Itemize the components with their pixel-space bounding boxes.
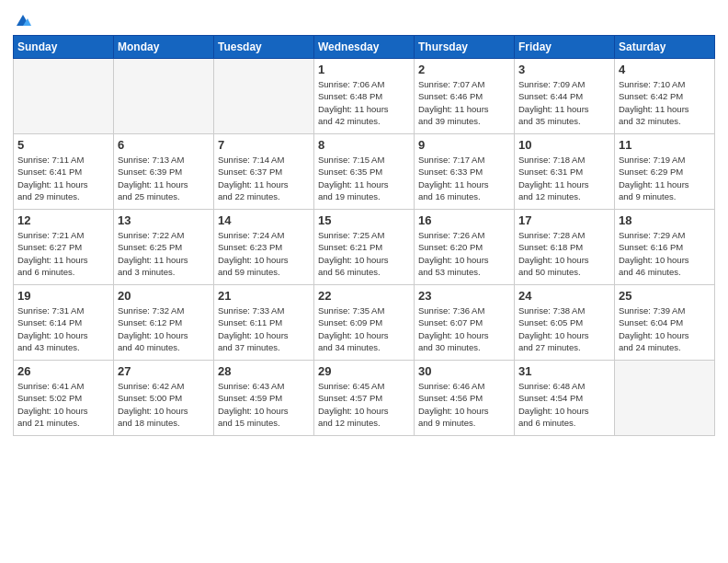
day-info: Sunrise: 7:39 AMSunset: 6:04 PMDaylight:… bbox=[619, 304, 711, 353]
calendar-cell: 12Sunrise: 7:21 AMSunset: 6:27 PMDayligh… bbox=[14, 210, 114, 285]
day-info: Sunrise: 7:31 AMSunset: 6:14 PMDaylight:… bbox=[17, 304, 109, 353]
calendar-cell: 18Sunrise: 7:29 AMSunset: 6:16 PMDayligh… bbox=[615, 210, 715, 285]
calendar-cell: 10Sunrise: 7:18 AMSunset: 6:31 PMDayligh… bbox=[515, 134, 615, 210]
calendar-cell: 11Sunrise: 7:19 AMSunset: 6:29 PMDayligh… bbox=[615, 134, 715, 210]
day-info: Sunrise: 7:07 AMSunset: 6:46 PMDaylight:… bbox=[418, 78, 510, 127]
calendar-cell: 2Sunrise: 7:07 AMSunset: 6:46 PMDaylight… bbox=[415, 59, 515, 134]
day-info: Sunrise: 6:43 AMSunset: 4:59 PMDaylight:… bbox=[218, 380, 310, 429]
day-number: 3 bbox=[518, 63, 610, 76]
day-number: 8 bbox=[318, 138, 410, 152]
day-info: Sunrise: 7:13 AMSunset: 6:39 PMDaylight:… bbox=[118, 154, 210, 202]
day-info: Sunrise: 6:46 AMSunset: 4:56 PMDaylight:… bbox=[418, 380, 510, 429]
calendar-cell: 8Sunrise: 7:15 AMSunset: 6:35 PMDaylight… bbox=[314, 134, 415, 210]
day-number: 28 bbox=[218, 364, 310, 378]
day-info: Sunrise: 7:35 AMSunset: 6:09 PMDaylight:… bbox=[318, 304, 410, 353]
week-row-2: 5Sunrise: 7:11 AMSunset: 6:41 PMDaylight… bbox=[14, 134, 715, 210]
calendar-cell: 31Sunrise: 6:48 AMSunset: 4:54 PMDayligh… bbox=[515, 361, 615, 436]
calendar-cell: 27Sunrise: 6:42 AMSunset: 5:00 PMDayligh… bbox=[114, 361, 214, 436]
day-info: Sunrise: 7:10 AMSunset: 6:42 PMDaylight:… bbox=[619, 78, 711, 127]
day-number: 18 bbox=[619, 213, 711, 227]
calendar-cell: 25Sunrise: 7:39 AMSunset: 6:04 PMDayligh… bbox=[615, 285, 715, 361]
day-number: 12 bbox=[17, 213, 109, 227]
day-number: 15 bbox=[318, 213, 410, 227]
calendar-cell: 6Sunrise: 7:13 AMSunset: 6:39 PMDaylight… bbox=[114, 134, 214, 210]
day-header-tuesday: Tuesday bbox=[214, 36, 314, 59]
day-header-friday: Friday bbox=[515, 36, 615, 59]
day-number: 27 bbox=[118, 364, 210, 378]
day-number: 13 bbox=[118, 213, 210, 227]
calendar-cell bbox=[114, 59, 214, 134]
day-number: 10 bbox=[518, 138, 610, 152]
day-info: Sunrise: 6:42 AMSunset: 5:00 PMDaylight:… bbox=[118, 380, 210, 429]
day-number: 4 bbox=[619, 63, 711, 76]
week-row-3: 12Sunrise: 7:21 AMSunset: 6:27 PMDayligh… bbox=[14, 210, 715, 285]
calendar-cell: 19Sunrise: 7:31 AMSunset: 6:14 PMDayligh… bbox=[14, 285, 114, 361]
calendar-cell: 26Sunrise: 6:41 AMSunset: 5:02 PMDayligh… bbox=[14, 361, 114, 436]
day-info: Sunrise: 7:29 AMSunset: 6:16 PMDaylight:… bbox=[619, 229, 711, 278]
day-header-thursday: Thursday bbox=[415, 36, 515, 59]
day-number: 2 bbox=[418, 63, 510, 76]
week-row-5: 26Sunrise: 6:41 AMSunset: 5:02 PMDayligh… bbox=[14, 361, 715, 436]
day-info: Sunrise: 6:41 AMSunset: 5:02 PMDaylight:… bbox=[17, 380, 109, 429]
day-info: Sunrise: 7:18 AMSunset: 6:31 PMDaylight:… bbox=[518, 154, 610, 202]
day-number: 5 bbox=[17, 138, 109, 152]
calendar-cell: 15Sunrise: 7:25 AMSunset: 6:21 PMDayligh… bbox=[314, 210, 415, 285]
calendar-cell: 17Sunrise: 7:28 AMSunset: 6:18 PMDayligh… bbox=[515, 210, 615, 285]
day-info: Sunrise: 7:19 AMSunset: 6:29 PMDaylight:… bbox=[619, 154, 711, 202]
day-info: Sunrise: 6:45 AMSunset: 4:57 PMDaylight:… bbox=[318, 380, 410, 429]
calendar-cell: 14Sunrise: 7:24 AMSunset: 6:23 PMDayligh… bbox=[214, 210, 314, 285]
day-header-wednesday: Wednesday bbox=[314, 36, 415, 59]
calendar-cell: 4Sunrise: 7:10 AMSunset: 6:42 PMDaylight… bbox=[615, 59, 715, 134]
day-number: 14 bbox=[218, 213, 310, 227]
header bbox=[13, 9, 715, 29]
day-number: 6 bbox=[118, 138, 210, 152]
day-number: 19 bbox=[17, 289, 109, 303]
calendar-cell: 16Sunrise: 7:26 AMSunset: 6:20 PMDayligh… bbox=[415, 210, 515, 285]
calendar-cell: 13Sunrise: 7:22 AMSunset: 6:25 PMDayligh… bbox=[114, 210, 214, 285]
day-number: 30 bbox=[418, 364, 510, 378]
day-header-sunday: Sunday bbox=[14, 36, 114, 59]
day-info: Sunrise: 7:28 AMSunset: 6:18 PMDaylight:… bbox=[518, 229, 610, 278]
day-info: Sunrise: 7:17 AMSunset: 6:33 PMDaylight:… bbox=[418, 154, 510, 202]
calendar-cell: 5Sunrise: 7:11 AMSunset: 6:41 PMDaylight… bbox=[14, 134, 114, 210]
day-number: 31 bbox=[518, 364, 610, 378]
day-info: Sunrise: 7:32 AMSunset: 6:12 PMDaylight:… bbox=[118, 304, 210, 353]
day-info: Sunrise: 7:38 AMSunset: 6:05 PMDaylight:… bbox=[518, 304, 610, 353]
day-number: 23 bbox=[418, 289, 510, 303]
day-info: Sunrise: 7:11 AMSunset: 6:41 PMDaylight:… bbox=[17, 154, 109, 202]
day-header-monday: Monday bbox=[114, 36, 214, 59]
day-number: 25 bbox=[619, 289, 711, 303]
calendar-cell: 3Sunrise: 7:09 AMSunset: 6:44 PMDaylight… bbox=[515, 59, 615, 134]
calendar-cell: 7Sunrise: 7:14 AMSunset: 6:37 PMDaylight… bbox=[214, 134, 314, 210]
day-info: Sunrise: 7:24 AMSunset: 6:23 PMDaylight:… bbox=[218, 229, 310, 278]
day-info: Sunrise: 7:14 AMSunset: 6:37 PMDaylight:… bbox=[218, 154, 310, 202]
calendar-cell: 30Sunrise: 6:46 AMSunset: 4:56 PMDayligh… bbox=[415, 361, 515, 436]
day-info: Sunrise: 6:48 AMSunset: 4:54 PMDaylight:… bbox=[518, 380, 610, 429]
day-info: Sunrise: 7:22 AMSunset: 6:25 PMDaylight:… bbox=[118, 229, 210, 278]
day-info: Sunrise: 7:21 AMSunset: 6:27 PMDaylight:… bbox=[17, 229, 109, 278]
calendar-cell: 20Sunrise: 7:32 AMSunset: 6:12 PMDayligh… bbox=[114, 285, 214, 361]
week-row-4: 19Sunrise: 7:31 AMSunset: 6:14 PMDayligh… bbox=[14, 285, 715, 361]
day-number: 11 bbox=[619, 138, 711, 152]
day-number: 21 bbox=[218, 289, 310, 303]
day-number: 29 bbox=[318, 364, 410, 378]
day-number: 9 bbox=[418, 138, 510, 152]
calendar-cell: 22Sunrise: 7:35 AMSunset: 6:09 PMDayligh… bbox=[314, 285, 415, 361]
day-number: 17 bbox=[518, 213, 610, 227]
calendar-cell: 24Sunrise: 7:38 AMSunset: 6:05 PMDayligh… bbox=[515, 285, 615, 361]
calendar-cell: 28Sunrise: 6:43 AMSunset: 4:59 PMDayligh… bbox=[214, 361, 314, 436]
day-number: 7 bbox=[218, 138, 310, 152]
calendar-cell: 23Sunrise: 7:36 AMSunset: 6:07 PMDayligh… bbox=[415, 285, 515, 361]
calendar-page: SundayMondayTuesdayWednesdayThursdayFrid… bbox=[0, 0, 728, 563]
day-number: 16 bbox=[418, 213, 510, 227]
calendar-cell bbox=[615, 361, 715, 436]
week-row-1: 1Sunrise: 7:06 AMSunset: 6:48 PMDaylight… bbox=[14, 59, 715, 134]
calendar-cell bbox=[14, 59, 114, 134]
day-info: Sunrise: 7:09 AMSunset: 6:44 PMDaylight:… bbox=[518, 78, 610, 127]
header-row: SundayMondayTuesdayWednesdayThursdayFrid… bbox=[14, 36, 715, 59]
logo bbox=[13, 13, 31, 29]
day-info: Sunrise: 7:33 AMSunset: 6:11 PMDaylight:… bbox=[218, 304, 310, 353]
day-number: 26 bbox=[17, 364, 109, 378]
day-number: 20 bbox=[118, 289, 210, 303]
calendar-cell bbox=[214, 59, 314, 134]
